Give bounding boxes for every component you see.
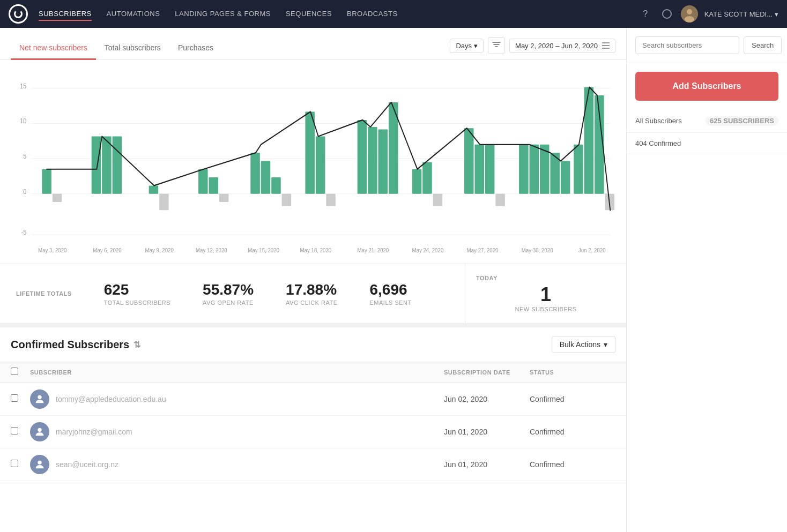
nav-link-subscribers[interactable]: SUBSCRIBERS <box>39 8 92 21</box>
svg-rect-46 <box>561 161 570 193</box>
subscription-date-3: Jun 01, 2020 <box>444 460 530 469</box>
stat-total-subscribers: 625 TOTAL SUBSCRIBERS <box>104 281 170 306</box>
chevron-down-icon: ▾ <box>604 340 607 349</box>
search-input[interactable] <box>635 36 739 54</box>
nav-link-automations[interactable]: AUTOMATIONS <box>107 8 160 21</box>
svg-text:10: 10 <box>20 118 26 125</box>
select-all-checkbox[interactable] <box>11 368 30 377</box>
sort-icon[interactable]: ⇅ <box>133 340 140 350</box>
row-checkbox-3[interactable] <box>11 460 30 469</box>
logo-icon <box>14 10 23 18</box>
svg-rect-32 <box>368 127 377 194</box>
svg-rect-31 <box>358 120 367 194</box>
filter-button[interactable] <box>488 37 505 54</box>
svg-point-3 <box>685 16 694 23</box>
emails-sent-label: EMAILS SENT <box>370 299 412 306</box>
sidebar: Search Add Subscribers All Subscribers 6… <box>626 28 787 532</box>
date-range-text: May 2, 2020 – Jun 2, 2020 <box>515 42 598 50</box>
svg-rect-17 <box>102 137 112 194</box>
stats-right: TODAY 1 NEW SUBSCRIBERS <box>465 264 626 323</box>
tab-total-subscribers[interactable]: Total subscribers <box>96 43 169 60</box>
tab-controls: Days ▾ May 2, 2020 – Jun 2, 2020 <box>450 37 615 59</box>
user-menu[interactable]: KATE SCOTT MEDI... ▾ <box>704 10 778 18</box>
svg-rect-23 <box>219 194 229 202</box>
stat-avg-open-rate: 55.87% AVG OPEN RATE <box>203 281 254 306</box>
svg-point-0 <box>663 10 671 18</box>
confirmed-subscribers-label: 404 Confirmed <box>635 139 681 147</box>
svg-rect-43 <box>530 145 539 194</box>
tab-net-new-subscribers[interactable]: Net new subscribers <box>11 43 96 60</box>
date-range-icon <box>602 42 610 49</box>
svg-point-64 <box>38 461 41 464</box>
subscription-status-2: Confirmed <box>530 428 615 436</box>
table-row: sean@uceit.org.nz Jun 01, 2020 Confirmed <box>0 448 626 481</box>
svg-text:-5: -5 <box>21 229 27 236</box>
svg-text:5: 5 <box>23 153 26 160</box>
stats-left: LIFETIME TOTALS 625 TOTAL SUBSCRIBERS 55… <box>0 264 465 323</box>
svg-rect-38 <box>464 128 474 194</box>
svg-rect-26 <box>271 177 281 194</box>
bulk-actions-label: Bulk Actions <box>560 340 600 349</box>
nav-link-sequences[interactable]: SEQUENCES <box>286 8 332 21</box>
svg-rect-15 <box>53 194 62 202</box>
navigation: SUBSCRIBERS AUTOMATIONS LANDING PAGES & … <box>0 0 787 28</box>
tabs: Net new subscribers Total subscribers Pu… <box>11 43 222 59</box>
nav-link-landing-pages[interactable]: LANDING PAGES & FORMS <box>175 8 271 21</box>
svg-text:May 27, 2020: May 27, 2020 <box>467 248 499 254</box>
svg-rect-21 <box>198 169 208 194</box>
all-subscribers-label: All Subscribers <box>635 117 682 125</box>
svg-rect-33 <box>378 129 388 193</box>
content-area: Net new subscribers Total subscribers Pu… <box>0 28 626 532</box>
subscription-status-1: Confirmed <box>530 395 615 403</box>
svg-text:0: 0 <box>23 188 26 195</box>
subscription-date-1: Jun 02, 2020 <box>444 395 530 403</box>
subscriber-email-2[interactable]: maryjohnz@gmail.com <box>56 428 444 436</box>
user-name: KATE SCOTT MEDI... <box>704 10 773 18</box>
svg-rect-36 <box>422 162 432 194</box>
subscriber-email-3[interactable]: sean@uceit.org.nz <box>56 460 444 469</box>
svg-rect-24 <box>250 153 260 194</box>
table-section: Confirmed Subscribers ⇅ Bulk Actions ▾ S… <box>0 323 626 481</box>
bulk-actions-button[interactable]: Bulk Actions ▾ <box>552 336 615 353</box>
col-status-header: STATUS <box>530 369 615 376</box>
logo[interactable] <box>9 4 28 24</box>
svg-text:May 3, 2020: May 3, 2020 <box>38 248 67 254</box>
date-range[interactable]: May 2, 2020 – Jun 2, 2020 <box>509 39 615 53</box>
row-checkbox-2[interactable] <box>11 427 30 437</box>
svg-text:May 15, 2020: May 15, 2020 <box>248 248 279 254</box>
stat-avg-click-rate: 17.88% AVG CLICK RATE <box>286 281 337 306</box>
col-date-header: SUBSCRIPTION DATE <box>444 369 530 376</box>
nav-links: SUBSCRIBERS AUTOMATIONS LANDING PAGES & … <box>39 8 638 21</box>
svg-rect-28 <box>305 112 315 194</box>
subscriber-email-1[interactable]: tommy@applededucation.edu.au <box>56 395 444 403</box>
chart-svg: 15 10 5 0 -5 <box>11 71 615 258</box>
search-button[interactable]: Search <box>744 36 782 54</box>
subscriber-avatar-3 <box>30 455 49 474</box>
svg-rect-27 <box>282 194 292 206</box>
help-icon[interactable]: ? <box>638 6 653 21</box>
nav-link-broadcasts[interactable]: BROADCASTS <box>347 8 398 21</box>
svg-text:May 21, 2020: May 21, 2020 <box>357 248 389 254</box>
table-title-text: Confirmed Subscribers <box>11 339 129 351</box>
chevron-down-icon: ▾ <box>775 10 778 18</box>
svg-rect-29 <box>316 137 325 194</box>
svg-rect-20 <box>159 194 169 211</box>
svg-text:May 9, 2020: May 9, 2020 <box>145 248 174 254</box>
avatar[interactable] <box>681 5 698 23</box>
sidebar-stat-all: All Subscribers 625 SUBSCRIBERS <box>627 109 787 133</box>
svg-point-2 <box>687 9 692 14</box>
avg-open-rate-label: AVG OPEN RATE <box>203 299 254 306</box>
days-select[interactable]: Days ▾ <box>450 39 484 53</box>
row-checkbox-1[interactable] <box>11 394 30 404</box>
table-title: Confirmed Subscribers ⇅ <box>11 339 140 351</box>
lifetime-label: LIFETIME TOTALS <box>16 290 72 297</box>
svg-point-63 <box>38 428 41 432</box>
subscription-date-2: Jun 01, 2020 <box>444 428 530 436</box>
sidebar-stat-confirmed: 404 Confirmed <box>627 133 787 154</box>
select-all-input[interactable] <box>11 368 18 375</box>
svg-rect-25 <box>261 161 271 193</box>
svg-text:May 18, 2020: May 18, 2020 <box>300 248 331 254</box>
svg-rect-14 <box>42 169 51 194</box>
add-subscribers-button[interactable]: Add Subscribers <box>635 72 778 101</box>
tab-purchases[interactable]: Purchases <box>169 43 222 60</box>
